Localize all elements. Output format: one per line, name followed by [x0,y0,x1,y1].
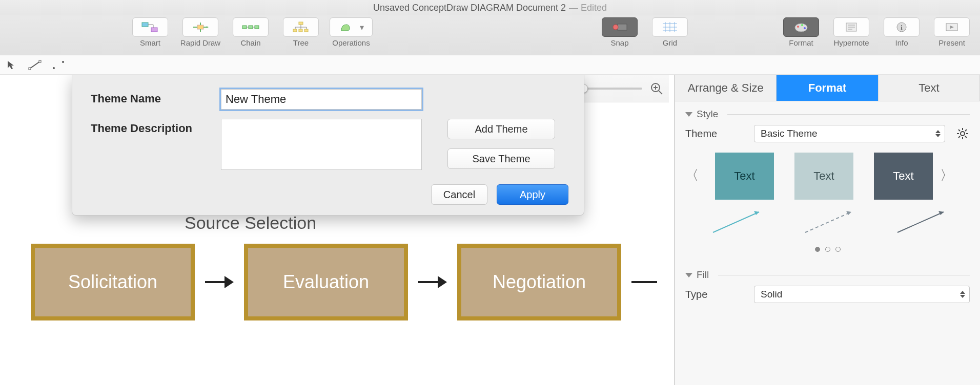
arrow-style-2[interactable] [800,207,862,238]
theme-desc-label: Theme Description [91,119,209,135]
line-icon [28,60,42,70]
diagram-title[interactable]: Source Selection [185,213,316,233]
inspector-panel: Arrange & Size Format Text Style Theme B… [675,75,980,385]
zoom-in-icon[interactable] [649,81,664,96]
apply-button[interactable]: Apply [497,184,568,205]
cancel-button[interactable]: Cancel [431,184,487,205]
flow-box-negotiation[interactable]: Negotiation [457,244,621,320]
svg-rect-3 [242,26,247,29]
flow-row: Solicitation Evaluation Negotiation [31,244,657,320]
flow-box-evaluation[interactable]: Evaluation [244,244,408,320]
svg-text:i: i [901,24,903,31]
toolbar-right-group: Format Hypernote i Info Present [778,17,975,47]
page-dot-3[interactable] [835,247,841,252]
theme-label: Theme [685,128,747,140]
theme-select[interactable]: Basic Theme [754,125,945,142]
document-title: Unsaved ConceptDraw DIAGRAM Document 2 [373,3,566,13]
fill-type-select[interactable]: Solid [754,286,970,303]
style-swatch-1[interactable]: Text [715,153,774,200]
theme-settings-button[interactable] [955,126,970,141]
snap-button[interactable]: Snap [597,17,643,47]
svg-rect-8 [299,29,302,32]
operations-button[interactable]: ▾ Operations [328,17,374,47]
main-area: Source Selection Solicitation Evaluation… [0,75,980,385]
svg-line-20 [30,61,40,69]
svg-point-14 [801,24,803,26]
swatch-next-button[interactable]: 〉 [940,166,953,184]
toolbar-mid-group: Snap Grid [597,17,693,47]
grid-button[interactable]: Grid [647,17,693,47]
snap-icon [610,22,629,33]
rapid-draw-icon [191,22,210,33]
style-section: Style Theme Basic Theme 〈 Text Text Text [675,101,980,262]
smart-button[interactable]: Smart [127,17,173,47]
connector-icon [52,60,65,70]
fill-section-header[interactable]: Fill [685,269,970,281]
rapid-draw-button[interactable]: Rapid Draw [177,17,223,47]
grid-icon [661,22,679,33]
svg-point-13 [797,26,799,28]
style-swatch-3[interactable]: Text [874,153,933,200]
svg-rect-10 [618,24,627,30]
theme-name-label: Theme Name [91,89,209,105]
select-caret-icon [935,130,941,137]
fill-type-label: Type [685,289,747,301]
svg-line-29 [659,91,662,94]
tab-arrange[interactable]: Arrange & Size [675,75,777,101]
present-icon [943,22,961,33]
format-button[interactable]: Format [778,17,824,47]
chain-button[interactable]: Chain [228,17,274,47]
main-toolbar: Smart Rapid Draw Chain Tree ▾ Operations… [0,15,980,55]
fill-section: Fill Type Solid [675,262,980,312]
pointer-tool[interactable] [3,58,19,72]
tab-format[interactable]: Format [777,75,878,101]
line-tool[interactable] [27,58,43,72]
flow-arrow[interactable] [205,276,234,288]
tab-text[interactable]: Text [879,75,980,101]
info-button[interactable]: i Info [879,17,925,47]
svg-rect-22 [39,60,41,62]
swatch-prev-button[interactable]: 〈 [685,166,699,184]
svg-point-24 [62,61,64,63]
svg-rect-2 [197,25,203,29]
style-swatch-2[interactable]: Text [794,153,853,200]
flow-arrow[interactable] [418,276,447,288]
present-button[interactable]: Present [929,17,975,47]
add-theme-button[interactable]: Add Theme [447,119,555,139]
document-status: — Edited [569,3,607,13]
theme-desc-input[interactable] [221,119,422,170]
svg-point-15 [804,27,806,29]
operations-icon [338,22,357,33]
page-dot-1[interactable] [815,247,820,252]
theme-dialog: Theme Name Theme Description Add Theme S… [72,75,584,216]
svg-rect-5 [255,26,259,29]
tree-button[interactable]: Tree [278,17,324,47]
svg-rect-21 [29,68,31,70]
disclosure-triangle-icon [685,273,692,277]
page-dot-2[interactable] [825,247,830,252]
hypernote-button[interactable]: Hypernote [828,17,874,47]
flow-arrow-tail[interactable] [631,281,657,283]
titlebar: Unsaved ConceptDraw DIAGRAM Document 2 —… [0,0,980,15]
svg-rect-4 [249,26,253,29]
arrow-style-1[interactable] [708,207,769,238]
inspector-tabs: Arrange & Size Format Text [675,75,980,101]
palette-icon [792,22,810,33]
gear-icon [956,127,969,140]
arrow-style-row [685,202,970,243]
chain-icon [241,22,260,33]
save-theme-button[interactable]: Save Theme [447,148,555,169]
svg-line-43 [897,212,944,232]
arrow-style-3[interactable] [892,207,954,238]
style-page-dots[interactable] [685,243,970,259]
info-icon: i [892,22,911,33]
svg-point-32 [961,132,965,136]
svg-line-41 [713,212,759,232]
theme-name-input[interactable] [221,89,422,110]
flow-box-solicitation[interactable]: Solicitation [31,244,195,320]
pointer-icon [6,60,16,70]
connector-tool[interactable] [50,58,67,72]
sub-toolbar [0,55,980,75]
svg-point-23 [53,67,55,69]
style-section-header[interactable]: Style [685,109,970,120]
